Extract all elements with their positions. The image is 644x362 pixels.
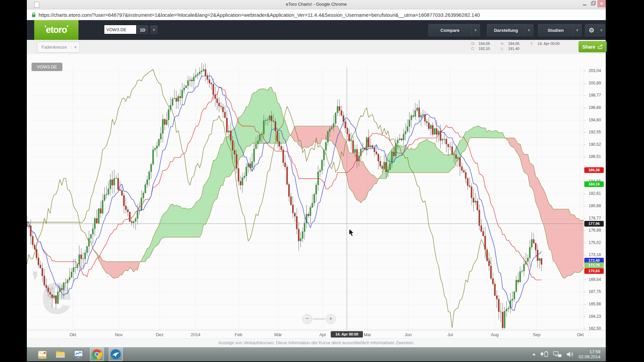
- high-label: H:: [501, 41, 508, 46]
- y-axis-tick-label: 165,98: [589, 302, 606, 306]
- tray-clock[interactable]: 17:59 02.09.2014: [579, 349, 602, 359]
- ohlc-readout: O: 194,05 H: 194,05 T: 14. Apr 00:00 C: …: [471, 41, 571, 51]
- windows-taskbar: 17:59 02.09.2014: [27, 347, 606, 361]
- chevron-down-icon[interactable]: ▼: [598, 24, 605, 36]
- time-label: T:: [530, 41, 538, 46]
- studien-button[interactable]: Studien ▼: [538, 24, 582, 36]
- y-axis-tick-label: 173,18: [589, 252, 606, 257]
- clock-date: 02.09.2014: [579, 354, 600, 359]
- price-tag: 184,16: [584, 181, 604, 187]
- crosshair-mode-label: Fadenkreuze: [37, 45, 71, 50]
- darstellung-label: Darstellung: [487, 24, 525, 36]
- crosshair-date-tag: 14. Apr 00:00: [331, 331, 363, 338]
- url-text[interactable]: https://charts.etoro.com/?user=648797&in…: [39, 12, 480, 18]
- chart-area[interactable]: ❜e VOW3.DE − + 14. Apr 00:00 Anzeige von…: [27, 54, 606, 347]
- taskbar-openoffice-icon[interactable]: [109, 348, 123, 361]
- x-axis-month-label: Sep: [525, 332, 548, 337]
- window-title: eToro Charts! - Google Chrome: [27, 2, 606, 7]
- close-value: 192,10: [479, 46, 501, 51]
- close-label: C:: [471, 46, 479, 51]
- price-tag: 170,83: [584, 268, 604, 274]
- y-axis-tick-label: 167,75: [589, 289, 606, 294]
- studien-label: Studien: [538, 24, 573, 36]
- disclaimer-text: Anzeige von Verkaufskursen. Diese Inform…: [27, 338, 606, 347]
- y-axis-tick-label: 192,55: [589, 130, 606, 134]
- maximize-button[interactable]: [589, 0, 597, 7]
- chevron-down-icon[interactable]: ▼: [71, 45, 79, 49]
- low-label: L:: [501, 46, 508, 51]
- price-tag: 177,96: [584, 221, 604, 227]
- chevron-down-icon[interactable]: ▼: [471, 24, 480, 36]
- y-axis-tick-label: 203,04: [589, 68, 606, 73]
- zoom-out-button[interactable]: −: [302, 314, 312, 324]
- etoro-logo[interactable]: ❛etoro❜: [34, 20, 78, 40]
- darstellung-button[interactable]: Darstellung ▼: [487, 24, 533, 36]
- x-axis-month-label: Aug: [483, 332, 506, 337]
- chevron-down-icon[interactable]: ▼: [525, 24, 533, 36]
- tray-hidden-icons-button[interactable]: [532, 353, 536, 355]
- open-value: 194,05: [479, 41, 501, 46]
- price-tag: 171,70: [584, 262, 604, 268]
- open-label: O:: [471, 41, 479, 46]
- y-axis-tick-label: 194,60: [589, 118, 606, 122]
- ssl-lock-icon[interactable]: [32, 12, 36, 17]
- x-axis-month-label: Jun: [396, 332, 420, 337]
- etoro-logo-text: etoro: [46, 25, 67, 35]
- chart-canvas[interactable]: [27, 54, 606, 347]
- timeframe-dropdown-arrow[interactable]: ▼: [150, 25, 158, 35]
- y-axis-tick-label: 196,68: [589, 105, 606, 110]
- x-axis-month-label: Mär: [266, 332, 290, 337]
- chart-toolbar: Fadenkreuze ▼ O: 194,05 H: 194,05 T: 14.…: [27, 40, 606, 54]
- y-axis-tick-label: 198,77: [589, 93, 606, 98]
- clock-time: 17:59: [579, 349, 600, 354]
- y-axis-tick-label: 188,51: [589, 154, 606, 159]
- y-axis-tick-label: 164,23: [589, 314, 606, 319]
- y-axis-tick-label: 180,68: [589, 203, 606, 208]
- symbol-input[interactable]: [104, 25, 137, 34]
- address-bar[interactable]: https://charts.etoro.com/?user=648797&in…: [27, 9, 606, 20]
- x-axis-month-label: 2014: [184, 332, 207, 337]
- x-axis-month-label: Okt: [569, 332, 592, 337]
- tray-volume-icon[interactable]: [566, 351, 574, 358]
- y-axis-tick-label: 176,89: [589, 228, 606, 233]
- x-axis-month-label: Okt: [61, 332, 85, 337]
- x-axis-month-label: Feb: [227, 332, 250, 337]
- taskbar-chrome-icon[interactable]: [90, 348, 104, 361]
- y-axis-tick-label: 178,77: [589, 216, 606, 221]
- window-titlebar[interactable]: eToro Charts! - Google Chrome ✕: [27, 0, 606, 9]
- compare-label: Compare: [429, 24, 471, 36]
- y-axis-tick-label: 175,02: [589, 240, 606, 245]
- minimize-button[interactable]: [580, 0, 589, 7]
- compare-button[interactable]: Compare ▼: [428, 24, 480, 36]
- x-axis-month-label: Jul: [438, 332, 462, 337]
- time-value: 14. Apr 00:00: [538, 41, 571, 46]
- share-icon: [597, 44, 603, 49]
- y-axis-tick-label: 169,54: [589, 277, 606, 282]
- y-axis-tick-label: 190,52: [589, 142, 606, 147]
- zoom-in-button[interactable]: +: [326, 314, 336, 324]
- low-value: 191,40: [508, 46, 530, 51]
- taskbar-explorer-icon[interactable]: [54, 348, 67, 361]
- tray-power-icon[interactable]: [540, 351, 549, 358]
- share-label: Share: [582, 44, 595, 50]
- x-axis-month-label: Nov: [107, 332, 130, 337]
- tray-network-icon[interactable]: [553, 351, 562, 358]
- crosshair-mode-dropdown[interactable]: Fadenkreuze ▼: [37, 42, 80, 53]
- gear-icon[interactable]: ⚙: [585, 24, 598, 36]
- chart-symbol-tag: VOW3.DE: [32, 63, 62, 71]
- close-button[interactable]: ✕: [597, 0, 606, 7]
- taskbar-mail-icon[interactable]: [36, 348, 49, 361]
- y-axis-tick-label: 200,89: [589, 81, 606, 85]
- desktop-screen: eToro Charts! - Google Chrome ✕ https://…: [27, 0, 606, 361]
- etoro-header: ❛etoro❜ 1D ▼ Compare ▼ Darstellung ▼ Stu…: [27, 20, 606, 40]
- y-axis-tick-label: 182,61: [589, 191, 606, 196]
- share-button[interactable]: Share: [579, 41, 607, 52]
- chevron-down-icon[interactable]: ▼: [573, 24, 581, 36]
- price-tag: 186,38: [584, 167, 604, 173]
- taskbar-performance-monitor-icon[interactable]: [72, 348, 85, 361]
- mouse-cursor: [349, 229, 354, 236]
- zoom-slider[interactable]: [313, 318, 325, 320]
- x-axis-month-label: Dez: [148, 332, 171, 337]
- timeframe-button[interactable]: 1D: [136, 25, 149, 35]
- settings-button[interactable]: ⚙ ▼: [585, 24, 605, 36]
